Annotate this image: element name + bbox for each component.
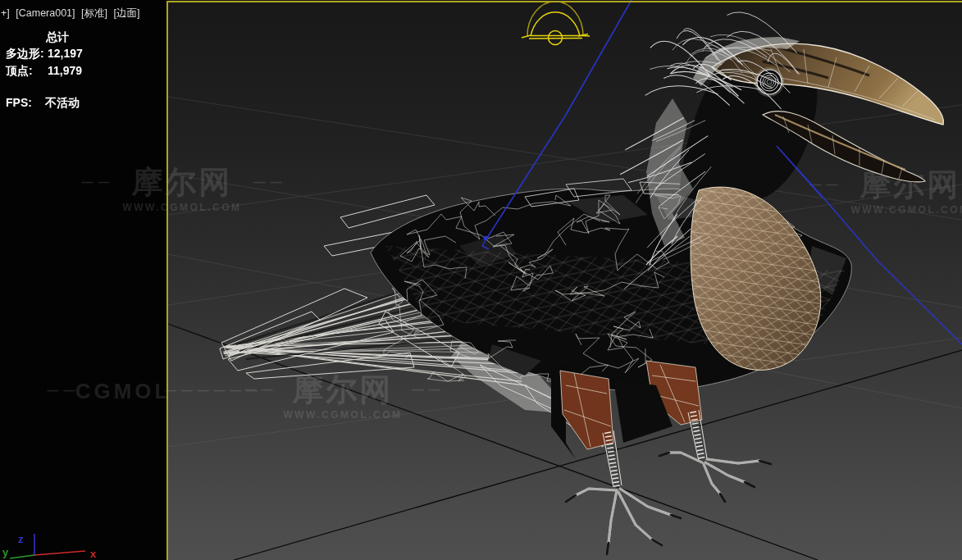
axis-z-label: z xyxy=(18,533,24,545)
watermark-tile-short: CGMOL xyxy=(75,379,171,403)
svg-text:WWW.CGMOL.COM: WWW.CGMOL.COM xyxy=(850,204,962,216)
viewport-border-top xyxy=(168,1,962,2)
viewport-menu-camera[interactable]: [Camera001] xyxy=(16,7,75,19)
viewport-menu-general[interactable]: +] xyxy=(1,7,10,19)
svg-text:CGMOL: CGMOL xyxy=(75,379,171,403)
stats-fps-label: FPS: xyxy=(6,96,32,109)
svg-text:摩尔网: 摩尔网 xyxy=(292,372,394,407)
stats-total-label: 总计 xyxy=(46,30,69,45)
svg-text:WWW.CGMOL.COM: WWW.CGMOL.COM xyxy=(122,202,241,213)
screenshot-stage: +] [Camera001] [标准] [边面] 总计 多边形: 12,197 … xyxy=(0,0,962,560)
hornbill-model[interactable] xyxy=(220,12,943,554)
svg-text:— —: — — xyxy=(254,175,283,189)
stats-fps-value: 不活动 xyxy=(45,96,80,111)
dome-light-icon[interactable] xyxy=(522,2,590,45)
feet xyxy=(566,453,771,554)
svg-text:— —: — — xyxy=(82,175,111,189)
viewport-menu-edged-faces[interactable]: [边面] xyxy=(113,7,139,19)
stats-polygons-label: 多边形: xyxy=(6,47,44,61)
axis-y-label: y xyxy=(2,546,9,558)
stats-vertices-label: 顶点: xyxy=(6,64,33,79)
viewport-menu-shading[interactable]: [标准] xyxy=(81,7,107,19)
viewport-canvas[interactable]: 摩尔网 WWW.CGMOL.COM — — — — 摩尔网 WWW.CGMOL.… xyxy=(0,0,962,560)
svg-text:— — — — — —: — — — — — — xyxy=(165,384,258,397)
svg-text:— —: — — xyxy=(48,384,76,397)
axis-tripod-icon: z x y xyxy=(2,533,97,560)
viewport-border-left xyxy=(166,1,168,560)
watermark-tile: 摩尔网 WWW.CGMOL.COM — — — — xyxy=(82,165,283,213)
viewport-label: +] [Camera001] [标准] [边面] xyxy=(1,7,168,20)
stats-vertices-value: 11,979 xyxy=(48,64,82,77)
svg-text:— —: — — xyxy=(413,383,441,396)
axis-x-label: x xyxy=(90,548,97,560)
stats-polygons-value: 12,197 xyxy=(48,47,83,60)
svg-text:WWW.CGMOL.COM: WWW.CGMOL.COM xyxy=(283,409,402,421)
svg-text:摩尔网: 摩尔网 xyxy=(131,165,233,199)
